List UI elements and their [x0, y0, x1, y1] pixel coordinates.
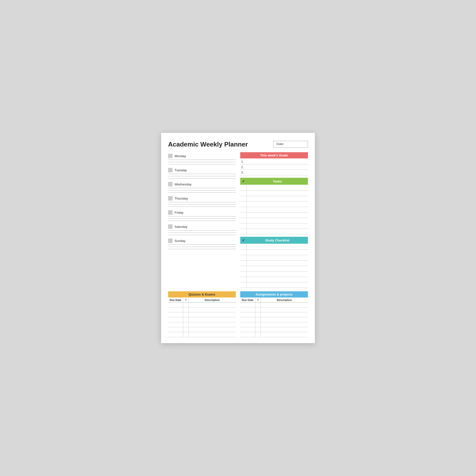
goal-2: 2. [240, 164, 308, 170]
tasks-rows [240, 185, 308, 234]
tuesday-line [168, 174, 236, 174]
friday-line [168, 216, 236, 216]
assignment-desc-cell [261, 312, 308, 317]
assignment-desc-cell [261, 317, 308, 322]
quiz-check-cell [183, 302, 188, 307]
checklist-check-cell [240, 250, 247, 255]
assignment-check-cell [255, 312, 261, 317]
friday-line2 [168, 218, 236, 219]
checklist-text-cell [247, 255, 308, 260]
assignment-row [240, 312, 308, 317]
wednesday-line3 [168, 192, 236, 193]
checklist-text-cell [247, 282, 308, 288]
assignment-date-cell [240, 307, 255, 312]
assignment-desc-cell [261, 322, 308, 327]
checklist-check-cell [240, 244, 247, 249]
task-check-cell [240, 196, 247, 201]
day-sunday: Sunday [168, 237, 236, 249]
tuesday-checkbox[interactable] [168, 168, 173, 172]
sunday-line3 [168, 249, 236, 249]
thursday-label: Thursday [175, 197, 188, 200]
tasks-header-row: ✓ Tasks [240, 178, 308, 185]
task-row [240, 218, 308, 223]
saturday-checkbox[interactable] [168, 224, 173, 229]
assignment-desc-cell [261, 332, 308, 337]
wednesday-line2 [168, 190, 236, 190]
assignment-desc-cell [261, 327, 308, 332]
task-row [240, 196, 308, 202]
bottom-grid: Quizzes & Exams Due Date ✓ Description A… [168, 291, 308, 337]
day-wednesday: Wednesday [168, 180, 236, 193]
right-column: This week's Goals 1. 2. 3. ✓ Tasks ✓ Stu… [240, 152, 308, 288]
thursday-line [168, 202, 236, 202]
assignment-row [240, 332, 308, 337]
checklist-section: ✓ Study Checklist [240, 237, 308, 288]
checklist-header-row: ✓ Study Checklist [240, 237, 308, 244]
assignment-check-cell [255, 317, 261, 322]
task-check-cell [240, 212, 247, 218]
task-check-cell [240, 218, 247, 223]
quiz-date-cell [168, 312, 183, 317]
quizzes-table: Due Date ✓ Description [168, 298, 236, 337]
checklist-text-cell [247, 250, 308, 255]
checklist-check-cell [240, 261, 247, 266]
task-text-cell [247, 218, 308, 223]
checklist-check-cell [240, 282, 247, 288]
date-field[interactable]: Date: [273, 141, 308, 148]
task-text-cell [247, 196, 308, 201]
tuesday-line2 [168, 176, 236, 176]
assignment-row [240, 302, 308, 307]
checklist-row [240, 271, 308, 277]
sunday-label: Sunday [175, 239, 185, 243]
quiz-check-cell [183, 317, 188, 322]
tuesday-line3 [168, 178, 236, 178]
assignment-row [240, 322, 308, 327]
day-friday: Friday [168, 209, 236, 221]
assignments-header: Assignments & projects [240, 291, 308, 298]
task-check-cell [240, 229, 247, 234]
assignment-check-cell [255, 302, 261, 307]
friday-checkbox[interactable] [168, 210, 173, 215]
quiz-date-cell [168, 322, 183, 327]
task-row [240, 202, 308, 207]
monday-checkbox[interactable] [168, 154, 173, 158]
checklist-row [240, 250, 308, 255]
checklist-row [240, 277, 308, 282]
sunday-checkbox[interactable] [168, 238, 173, 243]
task-text-cell [247, 212, 308, 218]
task-check-cell [240, 223, 247, 229]
saturday-line3 [168, 235, 236, 235]
assignment-check-cell [255, 332, 261, 337]
checklist-header: Study Checklist [247, 237, 308, 244]
checklist-row [240, 244, 308, 250]
assignment-date-cell [240, 332, 255, 337]
thursday-checkbox[interactable] [168, 196, 173, 201]
quizzes-col-check: ✓ [183, 298, 188, 302]
quizzes-section: Quizzes & Exams Due Date ✓ Description [168, 291, 236, 337]
day-thursday: Thursday [168, 195, 236, 207]
quiz-desc-cell [188, 312, 236, 317]
quizzes-row [168, 307, 236, 312]
sunday-line [168, 244, 236, 245]
assignment-date-cell [240, 327, 255, 332]
checklist-text-cell [247, 261, 308, 266]
goals-header: This week's Goals [240, 152, 308, 158]
friday-label: Friday [175, 211, 183, 214]
checklist-row [240, 282, 308, 288]
goal-3: 3. [240, 170, 308, 175]
monday-line2 [168, 162, 236, 162]
planner-header: Academic Weekly Planner Date: [168, 141, 308, 148]
wednesday-line [168, 188, 236, 188]
assignments-body [240, 302, 308, 337]
task-row [240, 191, 308, 196]
checklist-text-cell [247, 271, 308, 277]
day-saturday: Saturday [168, 223, 236, 235]
quiz-check-cell [183, 322, 188, 327]
checklist-check-icon: ✓ [240, 237, 247, 244]
monday-line3 [168, 164, 236, 164]
quiz-desc-cell [188, 322, 236, 327]
quiz-desc-cell [188, 307, 236, 312]
quiz-date-cell [168, 302, 183, 307]
quizzes-header: Quizzes & Exams [168, 291, 236, 298]
wednesday-checkbox[interactable] [168, 182, 173, 186]
